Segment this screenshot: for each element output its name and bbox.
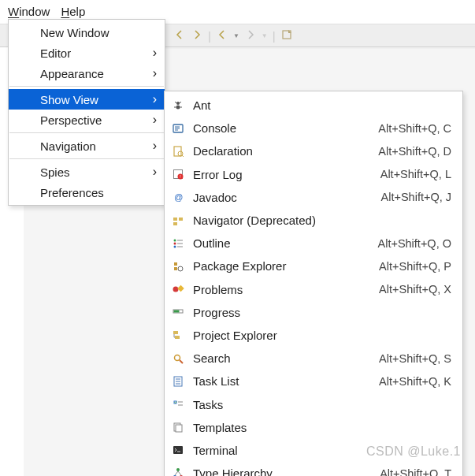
templates-icon [171,420,185,434]
menu-item-navigation[interactable]: Navigation› [9,136,165,156]
submenu-item-ant[interactable]: Ant [165,94,462,117]
submenu-item-javadoc[interactable]: @JavadocAlt+Shift+Q, J [165,186,462,209]
svg-line-36 [180,360,183,363]
submenu-label: Error Log [193,168,373,181]
menu-separator [9,132,164,133]
menu-item-label: Navigation [40,139,96,153]
menu-item-editor[interactable]: Editor› [9,43,165,63]
tasks-icon [171,397,185,411]
menu-separator [9,158,164,159]
pin-editor-icon[interactable] [280,28,293,43]
menu-item-label: Show View [40,93,98,106]
nav-back-icon[interactable] [173,28,186,43]
submenu-shortcut: Alt+Shift+Q, C [378,122,451,135]
problems-icon [171,282,185,296]
svg-rect-28 [177,285,184,292]
dropdown-icon[interactable]: ▼ [233,32,239,39]
submenu-item-console[interactable]: ConsoleAlt+Shift+Q, C [165,117,462,139]
submenu-arrow-icon: › [153,113,157,127]
submenu-item-terminal[interactable]: Terminal [165,439,462,462]
progress-icon [171,305,185,319]
menu-item-show-view[interactable]: Show View› [9,89,165,110]
menu-help[interactable]: Help [61,5,85,18]
submenu-arrow-icon: › [153,139,157,153]
submenu-label: Javadoc [193,191,373,204]
menu-item-appearance[interactable]: Appearance› [9,63,165,84]
svg-point-2 [176,105,180,109]
menu-window[interactable]: Window [8,5,50,18]
menu-item-preferences[interactable]: Preferences [9,182,165,203]
declaration-icon [171,144,185,158]
submenu-label: Terminal [193,444,443,457]
svg-rect-45 [176,425,182,432]
menu-item-label: Perspective [40,113,102,127]
submenu-label: Declaration [193,144,370,158]
submenu-item-navigator-deprecated-[interactable]: Navigator (Deprecated) [165,209,462,232]
submenu-item-templates[interactable]: Templates [165,416,462,439]
svg-point-35 [175,355,180,360]
javadoc-icon: @ [171,190,185,204]
submenu-shortcut: Alt+Shift+Q, D [378,145,451,158]
submenu-label: Outline [193,236,370,250]
package-explorer-icon [171,259,185,273]
svg-rect-46 [173,446,183,454]
svg-point-18 [174,239,176,241]
nav-fwd2-icon[interactable] [244,28,257,43]
svg-point-27 [173,287,179,292]
submenu-arrow-icon: › [153,46,157,60]
svg-line-52 [178,471,181,475]
submenu-item-progress[interactable]: Progress [165,301,462,324]
menu-separator [9,86,164,87]
submenu-arrow-icon: › [153,92,157,106]
window-dropdown: New WindowEditor›Appearance›Show View›Pe… [8,19,165,206]
svg-line-4 [180,102,181,103]
svg-text:!: ! [180,174,180,179]
submenu-item-tasks[interactable]: Tasks [165,392,462,415]
svg-point-20 [174,245,176,247]
submenu-item-task-list[interactable]: Task ListAlt+Shift+Q, K [165,370,462,392]
submenu-shortcut: Alt+Shift+Q, L [380,168,451,180]
svg-point-1 [176,102,180,105]
menu-item-label: Appearance [40,67,104,80]
submenu-label: Tasks [193,398,443,411]
submenu-label: Navigator (Deprecated) [193,214,443,227]
submenu-label: Package Explorer [193,259,371,273]
submenu-shortcut: Alt+Shift+Q, T [380,467,451,476]
submenu-shortcut: Alt+Shift+Q, P [379,260,451,273]
menu-item-new-window[interactable]: New Window [9,22,165,43]
project-explorer-icon [171,328,185,342]
submenu-label: Task List [193,374,371,388]
submenu-item-project-explorer[interactable]: Project Explorer [165,324,462,347]
submenu-label: Ant [193,99,443,112]
submenu-item-package-explorer[interactable]: Package ExplorerAlt+Shift+Q, P [165,255,462,277]
submenu-shortcut: Alt+Shift+Q, X [379,283,451,296]
submenu-label: Console [193,121,370,135]
search-icon [171,351,185,366]
submenu-arrow-icon: › [153,165,157,179]
submenu-item-search[interactable]: SearchAlt+Shift+Q, S [165,347,462,370]
menu-item-spies[interactable]: Spies› [9,162,165,182]
submenu-item-declaration[interactable]: DeclarationAlt+Shift+Q, D [165,139,462,162]
submenu-item-outline[interactable]: OutlineAlt+Shift+Q, O [165,232,462,255]
submenu-item-type-hierarchy[interactable]: Type HierarchyAlt+Shift+Q, T [165,462,462,476]
submenu-label: Templates [193,421,443,434]
submenu-label: Project Explorer [193,329,443,342]
svg-rect-17 [173,222,177,225]
menu-item-perspective[interactable]: Perspective› [9,110,165,130]
svg-rect-24 [174,262,177,266]
submenu-arrow-icon: › [153,66,157,80]
submenu-item-problems[interactable]: ProblemsAlt+Shift+Q, X [165,278,462,301]
error-log-icon: ! [171,167,185,181]
menu-item-label: Editor [40,46,71,60]
nav-back2-icon[interactable] [216,28,228,43]
svg-point-48 [176,468,180,471]
submenu-label: Search [193,351,371,365]
svg-point-19 [174,242,176,244]
submenu-label: Type Hierarchy [193,467,372,476]
menu-item-label: Spies [40,165,70,179]
submenu-label: Problems [193,283,371,296]
submenu-item-error-log[interactable]: !Error LogAlt+Shift+Q, L [165,163,462,186]
nav-fwd-icon[interactable] [191,28,203,43]
dropdown-icon[interactable]: ▼ [262,32,268,39]
ant-icon [171,99,185,113]
